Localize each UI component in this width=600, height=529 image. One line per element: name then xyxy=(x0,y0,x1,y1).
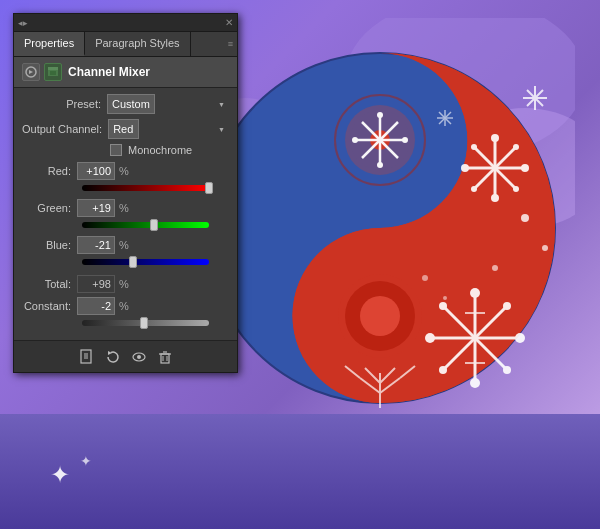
svg-point-15 xyxy=(491,194,499,202)
svg-point-21 xyxy=(513,186,519,192)
svg-point-46 xyxy=(439,302,447,310)
svg-point-47 xyxy=(503,302,511,310)
svg-point-27 xyxy=(377,162,383,168)
blue-value-input[interactable] xyxy=(77,236,115,254)
footer-delete-icon[interactable] xyxy=(156,348,174,366)
monochrome-label: Monochrome xyxy=(128,144,192,156)
panel-back-icon[interactable] xyxy=(22,63,40,81)
svg-point-59 xyxy=(360,296,400,336)
svg-point-16 xyxy=(461,164,469,172)
footer-new-icon[interactable] xyxy=(78,348,96,366)
panel-tabs: Properties Paragraph Styles ≡ xyxy=(14,32,237,57)
tab-properties[interactable]: Properties xyxy=(14,32,85,56)
svg-point-14 xyxy=(491,134,499,142)
constant-slider-top: Constant: % xyxy=(22,297,229,315)
svg-point-43 xyxy=(470,378,480,388)
tab-paragraph-styles[interactable]: Paragraph Styles xyxy=(85,32,190,56)
red-slider-container xyxy=(22,181,229,195)
green-slider-row: Green: % xyxy=(22,199,229,232)
panel-header: Channel Mixer xyxy=(14,57,237,88)
red-slider-top: Red: % xyxy=(22,162,229,180)
green-slider-top: Green: % xyxy=(22,199,229,217)
constant-pct: % xyxy=(119,300,129,312)
blue-slider-thumb[interactable] xyxy=(129,256,137,268)
footer-reset-icon[interactable] xyxy=(104,348,122,366)
bottom-gradient xyxy=(0,414,600,529)
panel-titlebar: ◂▸ ✕ xyxy=(14,14,237,32)
footer-visibility-icon[interactable] xyxy=(130,348,148,366)
constant-label: Constant: xyxy=(22,300,77,312)
preset-select[interactable]: Custom xyxy=(107,94,155,114)
preset-row: Preset: Custom xyxy=(22,94,229,114)
output-channel-row: Output Channel: Red xyxy=(22,119,229,139)
blue-label: Blue: xyxy=(22,239,77,251)
svg-point-48 xyxy=(439,366,447,374)
svg-point-55 xyxy=(422,275,428,281)
svg-rect-70 xyxy=(50,71,56,75)
svg-point-56 xyxy=(443,296,447,300)
green-label: Green: xyxy=(22,202,77,214)
svg-rect-78 xyxy=(161,354,169,363)
svg-point-18 xyxy=(471,144,477,150)
green-slider-track[interactable] xyxy=(82,222,209,228)
svg-point-52 xyxy=(521,214,529,222)
panel-content: Preset: Custom Output Channel: Red Monoc… xyxy=(14,88,237,340)
sparkle-left: ✦ xyxy=(50,461,70,489)
total-value xyxy=(77,275,115,293)
red-value-input[interactable] xyxy=(77,162,115,180)
svg-point-45 xyxy=(515,333,525,343)
monochrome-row: Monochrome xyxy=(22,144,229,156)
constant-row: Constant: % xyxy=(22,297,229,330)
green-slider-container xyxy=(22,218,229,232)
green-slider-thumb[interactable] xyxy=(150,219,158,231)
svg-point-77 xyxy=(137,355,141,359)
constant-value-input[interactable] xyxy=(77,297,115,315)
red-slider-thumb[interactable] xyxy=(205,182,213,194)
preset-select-wrapper: Custom xyxy=(107,94,229,114)
red-pct: % xyxy=(119,165,129,177)
panel-footer xyxy=(14,340,237,372)
output-channel-label: Output Channel: xyxy=(22,123,108,135)
monochrome-checkbox[interactable] xyxy=(110,144,122,156)
green-pct: % xyxy=(119,202,129,214)
sparkle-left2: ✦ xyxy=(80,453,92,469)
red-label: Red: xyxy=(22,165,77,177)
svg-point-26 xyxy=(377,112,383,118)
panel-layer-icon xyxy=(44,63,62,81)
blue-slider-track[interactable] xyxy=(82,259,209,265)
svg-point-44 xyxy=(425,333,435,343)
blue-pct: % xyxy=(119,239,129,251)
constant-slider-track[interactable] xyxy=(82,320,209,326)
channel-mixer-panel: ◂▸ ✕ Properties Paragraph Styles ≡ Chann… xyxy=(13,13,238,373)
blue-slider-container xyxy=(22,255,229,269)
output-channel-select-wrapper: Red xyxy=(108,119,229,139)
svg-rect-69 xyxy=(48,67,58,70)
svg-point-29 xyxy=(402,137,408,143)
svg-point-20 xyxy=(471,186,477,192)
red-slider-track[interactable] xyxy=(82,185,209,191)
panel-collapse-arrows[interactable]: ◂▸ xyxy=(18,18,28,28)
svg-point-19 xyxy=(513,144,519,150)
green-value-input[interactable] xyxy=(77,199,115,217)
red-slider-row: Red: % xyxy=(22,162,229,195)
panel-close-button[interactable]: ✕ xyxy=(225,17,233,28)
constant-slider-thumb[interactable] xyxy=(140,317,148,329)
svg-point-54 xyxy=(492,265,498,271)
tab-menu-icon[interactable]: ≡ xyxy=(228,39,233,49)
total-label: Total: xyxy=(22,278,77,290)
svg-point-28 xyxy=(352,137,358,143)
panel-title: Channel Mixer xyxy=(68,65,150,79)
output-channel-select[interactable]: Red xyxy=(108,119,139,139)
constant-slider-container xyxy=(22,316,229,330)
blue-slider-row: Blue: % xyxy=(22,236,229,269)
preset-label: Preset: xyxy=(22,98,107,110)
svg-point-17 xyxy=(521,164,529,172)
svg-point-53 xyxy=(542,245,548,251)
blue-slider-top: Blue: % xyxy=(22,236,229,254)
total-row: Total: % xyxy=(22,275,229,293)
svg-point-42 xyxy=(470,288,480,298)
svg-point-49 xyxy=(503,366,511,374)
total-pct: % xyxy=(119,278,129,290)
